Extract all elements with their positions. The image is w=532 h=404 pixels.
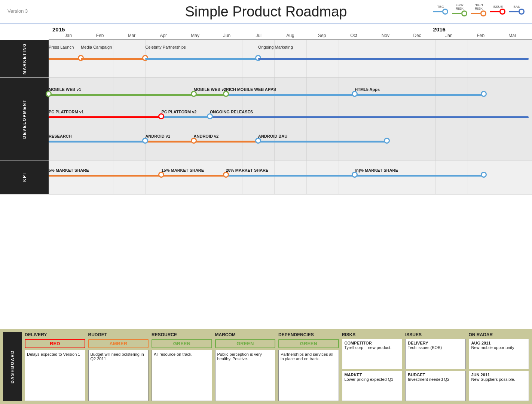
month-cell-8: Sep xyxy=(306,33,338,38)
risk-item-5-0: COMPETITORTyrell corp – new product. xyxy=(342,339,403,369)
dashboard-area: DASHBOARD DELIVERYREDDelays expected to … xyxy=(0,329,532,404)
dash-badge-1: AMBER xyxy=(88,339,149,348)
section-content-kpi: 5% MARKET SHARE15% MARKET SHARE28% MARKE… xyxy=(49,160,532,194)
dash-text-0: Delays expected to Version 1 xyxy=(25,350,85,401)
risk-item-6-0: DELIVERYTech issues (BOB) xyxy=(405,339,466,369)
sections-area: MARKETINGPress LaunchMedia CampaignCeleb… xyxy=(0,40,532,329)
month-header: JanFebMarAprMayJunJulAugSepOctNovDecJanF… xyxy=(49,26,532,40)
risk-item-7-1: JUN 2011New Suppliers possible. xyxy=(469,371,529,401)
month-cell-11: Dec xyxy=(401,33,433,38)
legend-issue: ISSUE xyxy=(490,5,505,15)
dash-text-1: Budget will need bolstering in Q2 2011 xyxy=(88,350,149,401)
month-cell-4: May xyxy=(179,33,211,38)
legend-low-risk: LOWRISK xyxy=(452,3,467,16)
legend: TBC LOWRISK HIGHRISK xyxy=(433,3,525,16)
dash-card-4: DEPENDENCIESGREENPartnerships and servic… xyxy=(278,332,339,401)
dash-card-1: BUDGETAMBERBudget will need bolstering i… xyxy=(88,332,149,401)
risk-item-5-1: MARKETLower pricing expected Q3 xyxy=(342,371,403,401)
month-cell-5: Jun xyxy=(211,33,243,38)
dash-card-title-5: RISKS xyxy=(342,332,403,337)
month-cell-6: Jul xyxy=(243,33,275,38)
legend-bau: BAU xyxy=(509,5,525,15)
section-label-development: DEVELOPMENT xyxy=(0,78,49,160)
dash-card-title-6: ISSUES xyxy=(405,332,466,337)
section-content-marketing: Press LaunchMedia CampaignCelebrity Part… xyxy=(49,40,532,77)
month-cell-2: Mar xyxy=(116,33,148,38)
dash-cards: DELIVERYREDDelays expected to Version 1B… xyxy=(25,332,529,401)
month-cell-0: Jan xyxy=(52,33,84,38)
dash-card-2: RESOURCEGREENAll resource on track. xyxy=(152,332,212,401)
month-cell-14: Mar xyxy=(496,33,528,38)
month-cell-1: Feb xyxy=(84,33,116,38)
dash-text-3: Public perception is very healthy. Posit… xyxy=(215,350,276,401)
section-marketing: MARKETINGPress LaunchMedia CampaignCeleb… xyxy=(0,40,532,78)
header: Version 3 Simple Product Roadmap TBC LOW… xyxy=(0,0,532,24)
dash-badge-2: GREEN xyxy=(152,339,212,348)
section-label-marketing: MARKETING xyxy=(0,40,49,77)
legend-high-risk: HIGHRISK xyxy=(471,3,486,16)
dash-text-4: Partnerships and services all in place a… xyxy=(278,350,339,401)
risk-item-6-1: BUDGETInvestment needed Q2 xyxy=(405,371,466,401)
dash-text-2: All resource on track. xyxy=(152,350,212,401)
section-label-kpi: KPI xyxy=(0,160,49,194)
dash-badge-4: GREEN xyxy=(278,339,339,348)
section-development: DEVELOPMENTMOBILE WEB v1MOBILE WEB v2HTM… xyxy=(0,78,532,160)
dash-badge-3: GREEN xyxy=(215,339,276,348)
dash-card-5: RISKSCOMPETITORTyrell corp – new product… xyxy=(342,332,403,401)
dash-card-0: DELIVERYREDDelays expected to Version 1 xyxy=(25,332,85,401)
month-cell-10: Nov xyxy=(370,33,401,38)
legend-tbc: TBC xyxy=(433,5,448,15)
dash-card-6: ISSUESDELIVERYTech issues (BOB)BUDGETInv… xyxy=(405,332,466,401)
dash-card-title-3: MARCOM xyxy=(215,332,276,337)
dash-card-title-0: DELIVERY xyxy=(25,332,85,337)
dash-card-3: MARCOMGREENPublic perception is very hea… xyxy=(215,332,276,401)
dash-card-title-4: DEPENDENCIES xyxy=(278,332,339,337)
month-cell-3: Apr xyxy=(147,33,179,38)
section-kpi: KPI5% MARKET SHARE15% MARKET SHARE28% MA… xyxy=(0,160,532,195)
month-cell-12: Jan xyxy=(433,33,465,38)
dash-card-title-7: ON RADAR xyxy=(469,332,529,337)
dashboard-label: DASHBOARD xyxy=(3,332,22,401)
month-cell-13: Feb xyxy=(465,33,496,38)
dash-card-title-2: RESOURCE xyxy=(152,332,212,337)
section-content-development: MOBILE WEB v1MOBILE WEB v2HTML5 AppsRICH… xyxy=(49,78,532,160)
dash-card-7: ON RADARAUG 2011New mobile opportunityJU… xyxy=(469,332,529,401)
month-cell-7: Aug xyxy=(275,33,306,38)
risk-item-7-0: AUG 2011New mobile opportunity xyxy=(469,339,529,369)
dash-card-title-1: BUDGET xyxy=(88,332,149,337)
version-label: Version 3 xyxy=(7,8,28,14)
month-cell-9: Oct xyxy=(338,33,370,38)
dash-badge-0: RED xyxy=(25,339,85,348)
